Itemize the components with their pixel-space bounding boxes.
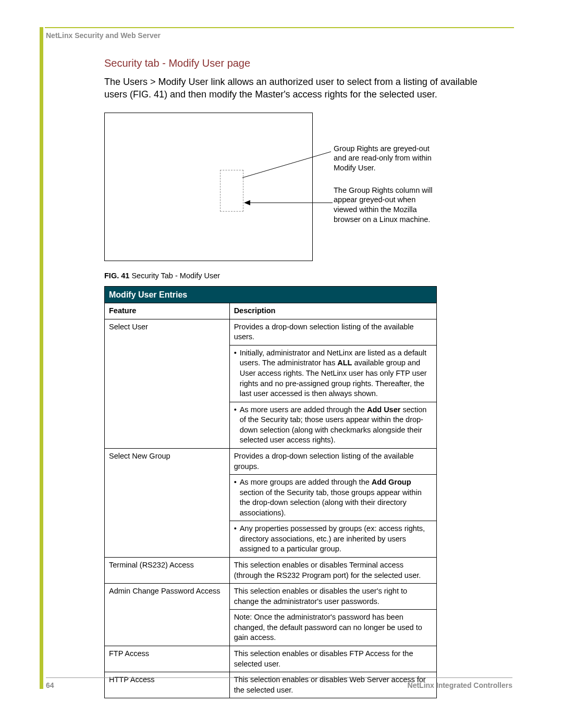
side-accent-bar xyxy=(40,27,43,689)
page-content: Security tab - Modify User page The User… xyxy=(104,57,498,698)
intro-paragraph: The Users > Modify User link allows an a… xyxy=(104,76,498,101)
feature-admin-change-pw: Admin Change Password Access xyxy=(105,584,230,610)
empty-cell xyxy=(105,475,230,521)
empty-cell xyxy=(105,521,230,558)
desc-select-new-group-bullet-2: •Any properties possessed by groups (ex:… xyxy=(229,521,436,558)
empty-cell xyxy=(105,345,230,402)
col-header-feature: Feature xyxy=(105,303,230,319)
callout-text-2: The Group Rights column will appear grey… xyxy=(334,186,438,225)
top-rule xyxy=(45,27,514,28)
feature-select-new-group: Select New Group xyxy=(105,448,230,474)
desc-admin-change-pw: This selection enables or disables the u… xyxy=(229,584,436,610)
figure-area: Group Rights are greyed-out and are read… xyxy=(104,113,438,264)
desc-admin-change-pw-note: Note: Once the administrator's password … xyxy=(229,610,436,646)
desc-select-new-group-bullet-1: • As more groups are added through the A… xyxy=(229,475,436,521)
running-header: NetLinx Security and Web Server xyxy=(46,31,161,40)
figure-caption-text: Security Tab - Modify User xyxy=(131,272,220,280)
feature-select-user: Select User xyxy=(105,319,230,345)
feature-ftp-access: FTP Access xyxy=(105,646,230,672)
callout-text-1: Group Rights are greyed-out and are read… xyxy=(334,144,438,174)
section-title: Security tab - Modify User page xyxy=(104,57,498,69)
desc-select-user-bullet-1: • Initially, administrator and NetLinx a… xyxy=(229,345,436,402)
desc-select-user-bullet-2: • As more users are added through the Ad… xyxy=(229,402,436,448)
modify-user-entries-table: Modify User Entries Feature Description … xyxy=(104,286,437,699)
dashed-highlight xyxy=(220,170,243,212)
figure-placeholder xyxy=(104,113,313,261)
desc-ftp-access: This selection enables or disables FTP A… xyxy=(229,646,436,672)
figure-caption-label: FIG. 41 xyxy=(104,272,129,280)
desc-select-user: Provides a drop-down selection listing o… xyxy=(229,319,436,345)
desc-select-new-group: Provides a drop-down selection listing o… xyxy=(229,448,436,474)
empty-cell xyxy=(105,402,230,448)
col-header-description: Description xyxy=(229,303,436,319)
page-number: 64 xyxy=(46,681,54,689)
footer-right-text: NetLinx Integrated Controllers xyxy=(408,681,512,689)
figure-caption: FIG. 41 Security Tab - Modify User xyxy=(104,272,498,280)
table-title: Modify User Entries xyxy=(105,286,437,303)
empty-cell xyxy=(105,610,230,646)
footer: 64 NetLinx Integrated Controllers xyxy=(46,677,512,689)
feature-terminal-rs232: Terminal (RS232) Access xyxy=(105,558,230,584)
desc-terminal-rs232: This selection enables or disables Termi… xyxy=(229,558,436,584)
